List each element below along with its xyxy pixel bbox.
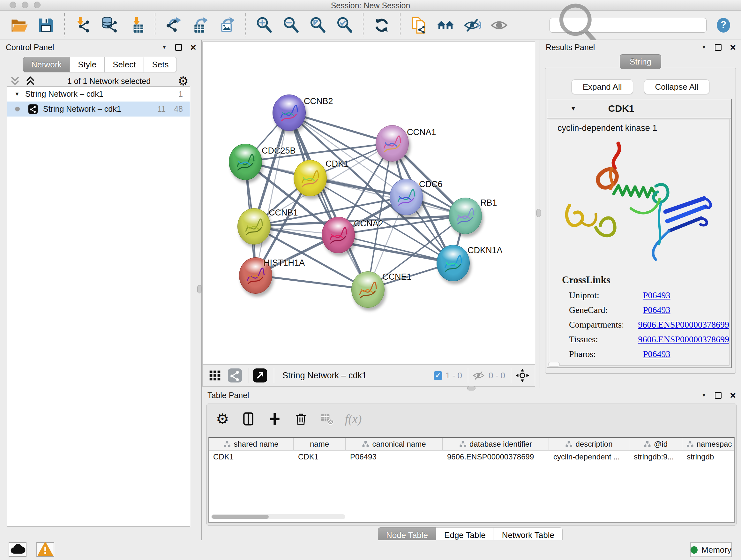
vertical-splitter-grip-right[interactable] (536, 209, 541, 217)
node-rb1[interactable] (449, 198, 482, 234)
collapse-all-button[interactable]: Collapse All (644, 79, 710, 94)
node-ccne1[interactable] (351, 271, 385, 308)
refresh-layout-button[interactable] (373, 16, 391, 35)
panel-close-icon[interactable]: × (190, 44, 196, 51)
show-panel-button[interactable] (490, 16, 509, 35)
expand-all-networks-icon[interactable] (25, 76, 36, 86)
node-cdc6[interactable] (390, 179, 423, 215)
column-header-name[interactable]: name (293, 438, 346, 450)
node-cdc25b[interactable] (229, 144, 262, 180)
table-row[interactable]: CDK1CDK1P064939606.ENSP00000378699cyclin… (209, 450, 734, 463)
table-cell[interactable]: P06493 (346, 450, 443, 463)
open-session-button[interactable] (10, 16, 28, 35)
gear-icon[interactable]: ⚙ (215, 412, 230, 426)
results-scrollbar-thumb[interactable] (548, 362, 560, 367)
panel-float-icon[interactable] (175, 44, 182, 51)
table-hscrollbar[interactable] (211, 514, 345, 519)
results-close-icon[interactable]: × (730, 44, 736, 51)
vertical-splitter-grip[interactable] (197, 285, 202, 294)
node-ccnb1[interactable] (238, 208, 271, 245)
save-session-button[interactable] (37, 16, 55, 35)
search-box[interactable] (549, 18, 706, 33)
birds-eye-view-icon[interactable] (253, 368, 267, 383)
panel-menu-icon[interactable]: ▼ (161, 44, 167, 51)
tab-string[interactable]: String (620, 54, 661, 69)
table-cell[interactable]: 9606.ENSP00000378699 (443, 450, 549, 463)
collection-disclosure-icon[interactable]: ▼ (14, 91, 21, 98)
gene-disclosure-icon[interactable]: ▼ (570, 105, 576, 112)
results-menu-icon[interactable]: ▼ (701, 44, 706, 51)
hidden-items-icon[interactable] (472, 369, 485, 382)
network-row[interactable]: String Network – cdk1 11 48 (7, 102, 190, 117)
node-ccna1[interactable] (376, 125, 409, 162)
crosslink-link[interactable]: P06493 (643, 349, 670, 359)
import-string-network-button[interactable] (409, 16, 428, 35)
tab-select[interactable]: Select (105, 57, 144, 72)
horizontal-splitter-grip[interactable] (467, 386, 475, 390)
crosslink-link[interactable]: P06493 (643, 290, 670, 300)
results-float-icon[interactable] (715, 44, 722, 51)
crosslink-row: Uniprot:P06493 (569, 290, 729, 300)
crosslink-row: GeneCard:P06493 (569, 305, 729, 315)
column-header-shared-name[interactable]: shared name (209, 438, 293, 450)
zoom-in-button[interactable] (255, 16, 273, 35)
column-header-database-identifier[interactable]: database identifier (443, 438, 549, 450)
table-cell[interactable]: CDK1 (209, 450, 293, 463)
memory-button[interactable]: Memory (690, 543, 732, 557)
table-menu-icon[interactable]: ▼ (701, 392, 706, 398)
crosslink-link[interactable]: 9606.ENSP00000378699 (638, 320, 729, 330)
export-network-button[interactable] (164, 16, 183, 35)
crosslink-link[interactable]: P06493 (643, 305, 670, 315)
table-cell[interactable]: cyclin-dependent ... (549, 450, 629, 463)
search-input[interactable] (606, 18, 706, 32)
node-ccna2[interactable] (322, 217, 355, 253)
crosslink-link[interactable]: 9606.ENSP00000378699 (638, 334, 729, 345)
column-header-canonical-name[interactable]: canonical name (346, 438, 443, 450)
zoom-out-button[interactable] (282, 16, 300, 35)
add-icon[interactable] (267, 412, 282, 426)
table-close-icon[interactable]: × (730, 392, 736, 398)
network-canvas[interactable]: CCNB2CCNA1CDC25BCDK1CDC6RB1CCNB1CCNA2CDK… (202, 42, 535, 364)
zoom-selected-button[interactable] (335, 16, 354, 35)
hide-panel-button[interactable] (463, 16, 482, 35)
gene-card-header[interactable]: ▼ CDK1 (547, 99, 731, 118)
collapse-all-networks-icon[interactable] (10, 76, 20, 86)
import-table-button[interactable] (127, 16, 146, 35)
node-ccnb2[interactable] (273, 95, 306, 131)
column-header--id[interactable]: @id (629, 438, 682, 450)
selected-items-checkbox[interactable]: ✓ (434, 371, 442, 380)
protein-squiggle-icon (327, 226, 349, 248)
warnings-button[interactable] (37, 542, 54, 557)
table-hscrollbar-thumb[interactable] (212, 515, 269, 519)
help-button[interactable]: ? (716, 17, 731, 33)
change-species-button[interactable] (436, 16, 455, 35)
column-header-namespac[interactable]: namespac (682, 438, 735, 450)
fit-selected-icon[interactable] (515, 368, 530, 383)
table-cell[interactable]: CDK1 (293, 450, 346, 463)
cloud-button[interactable] (9, 542, 26, 557)
node-cdk1[interactable] (293, 160, 327, 196)
node-cdkn1a[interactable] (436, 245, 470, 281)
import-network-from-database-button[interactable] (100, 16, 119, 35)
import-network-button[interactable] (74, 16, 92, 35)
trash-icon[interactable] (293, 412, 308, 426)
table-cell[interactable]: stringdb:9... (629, 450, 682, 463)
zoom-fit-button[interactable] (309, 16, 327, 35)
column-header-description[interactable]: description (549, 438, 629, 450)
network-view-icon[interactable] (227, 368, 242, 383)
expand-all-button[interactable]: Expand All (571, 79, 633, 94)
toolbar-separator (155, 13, 155, 37)
tab-sets[interactable]: Sets (144, 57, 177, 72)
grid-view-icon[interactable] (208, 368, 222, 383)
export-table-button[interactable] (191, 16, 210, 35)
network-options-gear-icon[interactable]: ⚙ (178, 75, 189, 87)
network-selection-status: 1 of 1 Network selected (40, 77, 178, 86)
table-cell[interactable]: stringdb (682, 450, 735, 463)
network-collection-row[interactable]: ▼ String Network – cdk1 1 (7, 86, 190, 102)
columns-icon[interactable] (241, 412, 256, 426)
tab-style[interactable]: Style (70, 57, 105, 72)
tab-network[interactable]: Network (23, 57, 70, 72)
table-float-icon[interactable] (715, 392, 722, 399)
export-image-button[interactable] (218, 16, 237, 35)
selected-counts: 1 - 0 (446, 371, 462, 381)
